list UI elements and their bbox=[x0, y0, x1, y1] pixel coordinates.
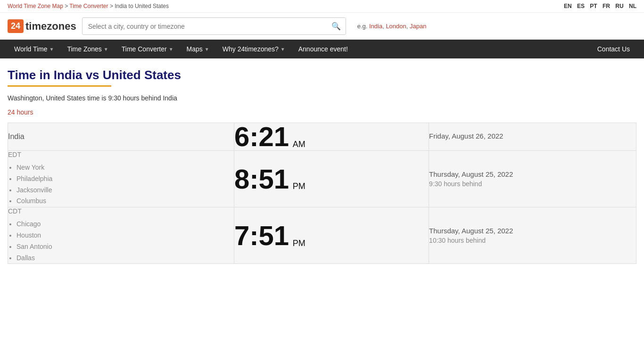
main-content: Time in India vs United States Washingto… bbox=[0, 58, 644, 273]
breadcrumb-world-time-zone[interactable]: World Time Zone Map bbox=[8, 3, 63, 9]
time-ampm-india: AM bbox=[293, 140, 305, 149]
logo-number: 24 bbox=[8, 19, 24, 33]
cell-time-edt: 8:51 PM bbox=[234, 151, 429, 207]
title-underline bbox=[8, 85, 111, 87]
subtitle: Washington, United States time is 9:30 h… bbox=[8, 94, 636, 102]
location-tz-edt: EDT bbox=[8, 151, 234, 158]
cell-date-india: Friday, August 26, 2022 bbox=[429, 123, 636, 151]
link-24hours[interactable]: 24 hours bbox=[8, 108, 33, 116]
search-examples: e.g. India, London, Japan bbox=[357, 23, 427, 30]
top-bar: World Time Zone Map > Time Converter > I… bbox=[0, 0, 644, 13]
time-ampm-edt: PM bbox=[293, 181, 305, 191]
breadcrumb: World Time Zone Map > Time Converter > I… bbox=[8, 3, 169, 9]
location-cities-edt: New York Philadelphia Jacksonville Colum… bbox=[8, 162, 234, 207]
page-title: Time in India vs United States bbox=[8, 68, 636, 82]
nav-world-time[interactable]: World Time ▼ bbox=[8, 40, 60, 58]
time-value-cdt: 7:51 bbox=[234, 222, 289, 249]
nav-maps-chevron: ▼ bbox=[205, 47, 209, 52]
search-input[interactable] bbox=[83, 19, 327, 34]
lang-fr[interactable]: FR bbox=[603, 3, 610, 9]
time-ampm-cdt: PM bbox=[293, 239, 305, 248]
breadcrumb-sep-1: > bbox=[65, 3, 69, 9]
nav-time-zones-chevron: ▼ bbox=[104, 47, 108, 52]
time-table: India 6:21 AM Friday, August 26, 2022 ED… bbox=[8, 123, 636, 264]
behind-cdt: 10:30 hours behind bbox=[429, 237, 636, 244]
table-row: EDT New York Philadelphia Jacksonville C… bbox=[8, 151, 636, 207]
lang-ru[interactable]: RU bbox=[615, 3, 623, 9]
list-item: New York bbox=[17, 162, 234, 173]
main-nav: World Time ▼ Time Zones ▼ Time Converter… bbox=[0, 40, 644, 58]
date-cdt: Thursday, August 25, 2022 bbox=[429, 227, 636, 235]
nav-announce-label: Announce event! bbox=[298, 45, 348, 53]
example-london[interactable]: London bbox=[386, 23, 406, 30]
nav-why-label: Why 24timezones? bbox=[223, 45, 279, 53]
list-item: Chicago bbox=[17, 219, 234, 230]
examples-label: e.g. bbox=[357, 23, 368, 30]
nav-why[interactable]: Why 24timezones? ▼ bbox=[216, 40, 292, 58]
cell-time-india: 6:21 AM bbox=[234, 123, 429, 151]
nav-world-time-chevron: ▼ bbox=[50, 47, 54, 52]
nav-time-zones-label: Time Zones bbox=[67, 45, 101, 53]
behind-edt: 9:30 hours behind bbox=[429, 180, 636, 188]
nav-why-chevron: ▼ bbox=[281, 47, 285, 52]
lang-en[interactable]: EN bbox=[564, 3, 572, 9]
list-item: Jacksonville bbox=[17, 185, 234, 196]
header: 24 timezones 🔍 e.g. India, London, Japan bbox=[0, 13, 644, 40]
list-item: San Antonio bbox=[17, 241, 234, 253]
breadcrumb-sep-2: > bbox=[110, 3, 115, 9]
nav-maps-label: Maps bbox=[187, 45, 203, 53]
nav-announce[interactable]: Announce event! bbox=[292, 40, 355, 58]
nav-world-time-label: World Time bbox=[14, 45, 48, 53]
nav-items: World Time ▼ Time Zones ▼ Time Converter… bbox=[8, 40, 591, 58]
cell-date-cdt: Thursday, August 25, 2022 10:30 hours be… bbox=[429, 207, 636, 264]
lang-nl[interactable]: NL bbox=[629, 3, 636, 9]
breadcrumb-current: India to United States bbox=[115, 3, 169, 9]
list-item: Columbus bbox=[17, 196, 234, 207]
language-links: EN ES PT FR RU NL bbox=[560, 3, 636, 9]
nav-maps[interactable]: Maps ▼ bbox=[180, 40, 216, 58]
cell-date-edt: Thursday, August 25, 2022 9:30 hours beh… bbox=[429, 151, 636, 207]
list-item: Dallas bbox=[17, 253, 234, 264]
breadcrumb-time-converter[interactable]: Time Converter bbox=[69, 3, 108, 9]
search-bar: 🔍 bbox=[82, 17, 346, 35]
search-button[interactable]: 🔍 bbox=[327, 18, 346, 34]
nav-time-converter-label: Time Converter bbox=[122, 45, 167, 53]
nav-time-zones[interactable]: Time Zones ▼ bbox=[60, 40, 115, 58]
date-india: Friday, August 26, 2022 bbox=[429, 132, 636, 140]
location-name-india: India bbox=[8, 132, 234, 141]
example-japan[interactable]: Japan bbox=[410, 23, 426, 30]
cell-location-edt: EDT New York Philadelphia Jacksonville C… bbox=[8, 151, 234, 207]
nav-contact[interactable]: Contact Us bbox=[591, 40, 636, 58]
logo[interactable]: 24 timezones bbox=[8, 19, 76, 33]
location-tz-cdt: CDT bbox=[8, 207, 234, 215]
list-item: Philadelphia bbox=[17, 173, 234, 185]
cell-time-cdt: 7:51 PM bbox=[234, 207, 429, 264]
example-india[interactable]: India bbox=[369, 23, 382, 30]
time-value-edt: 8:51 bbox=[234, 165, 289, 193]
lang-pt[interactable]: PT bbox=[590, 3, 597, 9]
time-value-india: 6:21 bbox=[234, 123, 289, 150]
location-cities-cdt: Chicago Houston San Antonio Dallas bbox=[8, 219, 234, 263]
nav-time-converter[interactable]: Time Converter ▼ bbox=[115, 40, 180, 58]
cell-location-cdt: CDT Chicago Houston San Antonio Dallas bbox=[8, 207, 234, 264]
lang-es[interactable]: ES bbox=[577, 3, 585, 9]
logo-text: timezones bbox=[25, 20, 76, 33]
nav-time-converter-chevron: ▼ bbox=[169, 47, 173, 52]
date-edt: Thursday, August 25, 2022 bbox=[429, 170, 636, 178]
list-item: Houston bbox=[17, 230, 234, 241]
table-row: CDT Chicago Houston San Antonio Dallas 7… bbox=[8, 207, 636, 264]
table-row: India 6:21 AM Friday, August 26, 2022 bbox=[8, 123, 636, 151]
cell-location-india: India bbox=[8, 123, 234, 151]
